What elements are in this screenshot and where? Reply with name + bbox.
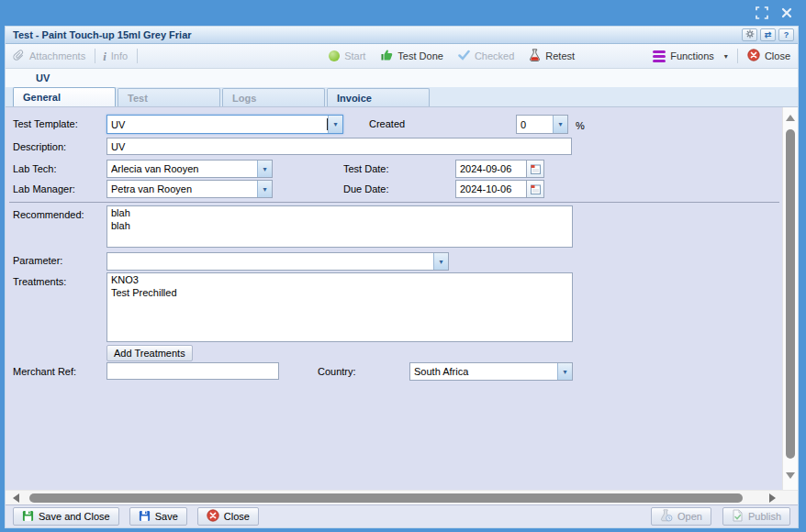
calendar-icon[interactable] bbox=[527, 160, 544, 178]
tab-general-label: General bbox=[23, 92, 61, 103]
footer-bar: Save and Close Save Close Ope bbox=[6, 504, 798, 527]
functions-button[interactable]: Functions ▾ bbox=[653, 50, 728, 62]
save-button[interactable]: Save bbox=[129, 507, 187, 526]
merchant-ref-input[interactable] bbox=[106, 362, 279, 380]
test-template-combo[interactable]: UV ▾ bbox=[106, 115, 343, 134]
tab-logs-label: Logs bbox=[232, 93, 256, 104]
save-icon bbox=[22, 510, 34, 524]
due-date-input[interactable] bbox=[455, 180, 527, 198]
subtitle-text: UV bbox=[36, 72, 50, 83]
test-done-button[interactable]: Test Done bbox=[380, 49, 443, 63]
dropdown-arrow-icon[interactable]: ▾ bbox=[557, 363, 572, 380]
lab-tech-value: Arlecia van Rooyen bbox=[111, 163, 257, 174]
attachments-label: Attachments bbox=[29, 50, 85, 61]
vertical-scrollbar[interactable] bbox=[782, 107, 798, 490]
attachments-button[interactable]: Attachments bbox=[13, 50, 85, 63]
description-input[interactable] bbox=[106, 138, 572, 155]
recommended-label: Recommended: bbox=[13, 209, 84, 220]
dropdown-arrow-icon[interactable]: ▾ bbox=[553, 116, 567, 133]
tab-general[interactable]: General bbox=[13, 87, 116, 106]
dropdown-arrow-icon[interactable]: ▾ bbox=[433, 253, 448, 270]
checked-button[interactable]: Checked bbox=[458, 50, 514, 62]
dropdown-arrow-icon[interactable]: ▾ bbox=[328, 116, 342, 133]
gear-icon bbox=[745, 29, 755, 40]
horizontal-scroll-thumb[interactable] bbox=[29, 493, 743, 503]
tab-bar: General Test Logs Invoice bbox=[6, 87, 798, 106]
save-and-close-button[interactable]: Save and Close bbox=[13, 507, 119, 526]
lab-tech-combo[interactable]: Arlecia van Rooyen ▾ bbox=[106, 160, 273, 178]
lab-manager-combo[interactable]: Petra van Rooyen ▾ bbox=[106, 180, 273, 198]
start-button[interactable]: Start bbox=[329, 50, 365, 61]
scroll-left-icon[interactable] bbox=[13, 493, 19, 503]
test-date-field bbox=[455, 160, 544, 178]
treatments-label: Treatments: bbox=[13, 276, 66, 287]
country-value: South Africa bbox=[414, 366, 557, 377]
open-label: Open bbox=[677, 511, 702, 522]
test-date-label: Test Date: bbox=[343, 163, 389, 174]
save-and-close-label: Save and Close bbox=[39, 511, 110, 522]
test-template-value: UV bbox=[111, 119, 327, 130]
parameter-combo[interactable]: ▾ bbox=[106, 252, 449, 271]
retest-button[interactable]: Retest bbox=[529, 49, 575, 63]
toolbar-separator bbox=[95, 49, 95, 63]
country-label: Country: bbox=[318, 366, 356, 377]
checked-label: Checked bbox=[475, 50, 514, 61]
publish-button[interactable]: Publish bbox=[722, 507, 790, 526]
refresh-icon: ⇄ bbox=[765, 31, 772, 39]
close-label: Close bbox=[765, 50, 790, 61]
start-label: Start bbox=[344, 50, 365, 61]
scroll-up-icon[interactable] bbox=[786, 115, 795, 121]
toolbar: Attachments i Info Start Test Done bbox=[6, 44, 798, 69]
close-window-icon[interactable] bbox=[779, 6, 793, 20]
lab-manager-label: Lab Manager: bbox=[13, 183, 75, 194]
scroll-right-icon[interactable] bbox=[769, 493, 776, 503]
open-button[interactable]: Open bbox=[651, 507, 711, 526]
dropdown-arrow-icon[interactable]: ▾ bbox=[257, 181, 272, 197]
vertical-scroll-thumb[interactable] bbox=[786, 129, 795, 459]
thumbs-up-icon bbox=[380, 49, 393, 63]
dialog-window: Test - Paint Touch-up 15ml Grey Friar ⇄ … bbox=[5, 26, 799, 528]
dialog-titlebar: Test - Paint Touch-up 15ml Grey Friar ⇄ … bbox=[6, 27, 798, 44]
toolbar-separator bbox=[137, 49, 138, 63]
horizontal-scrollbar[interactable] bbox=[6, 490, 798, 504]
add-treatments-button[interactable]: Add Treatments bbox=[106, 345, 193, 361]
tab-test[interactable]: Test bbox=[118, 88, 220, 106]
info-button[interactable]: i Info bbox=[103, 50, 128, 62]
lab-tech-label: Lab Tech: bbox=[13, 163, 57, 174]
created-percent-value: 0 bbox=[521, 119, 553, 130]
close-button-footer[interactable]: Close bbox=[197, 507, 259, 526]
close-footer-label: Close bbox=[224, 511, 250, 522]
settings-button[interactable] bbox=[742, 28, 757, 41]
general-tab-panel: Test Template: UV ▾ Created 0 ▾ % Descri… bbox=[6, 106, 798, 490]
calendar-icon[interactable] bbox=[527, 180, 544, 198]
help-button[interactable]: ? bbox=[778, 28, 794, 41]
application-frame: Test - Paint Touch-up 15ml Grey Friar ⇄ … bbox=[0, 0, 806, 532]
help-icon: ? bbox=[784, 31, 789, 39]
test-template-label: Test Template: bbox=[13, 118, 78, 129]
outer-titlebar bbox=[0, 0, 806, 26]
tab-invoice[interactable]: Invoice bbox=[327, 88, 430, 106]
dropdown-arrow-icon[interactable]: ▾ bbox=[257, 161, 272, 177]
test-date-input[interactable] bbox=[455, 160, 527, 178]
maximize-icon[interactable] bbox=[755, 6, 768, 20]
created-percent-combo[interactable]: 0 ▾ bbox=[516, 115, 568, 134]
retest-label: Retest bbox=[545, 50, 575, 61]
save-icon bbox=[139, 510, 151, 524]
record-subtitle: UV bbox=[6, 69, 798, 87]
description-label: Description: bbox=[13, 141, 66, 152]
refresh-button[interactable]: ⇄ bbox=[760, 28, 776, 41]
treatments-textarea[interactable]: KNO3 Test Prechilled bbox=[106, 272, 573, 342]
tab-test-label: Test bbox=[128, 93, 148, 104]
close-button-toolbar[interactable]: Close bbox=[747, 49, 790, 63]
merchant-ref-label: Merchant Ref: bbox=[13, 366, 76, 377]
scroll-down-icon[interactable] bbox=[786, 472, 795, 479]
country-combo[interactable]: South Africa ▾ bbox=[409, 362, 573, 381]
created-label: Created bbox=[369, 118, 405, 129]
section-divider bbox=[9, 202, 779, 203]
toolbar-separator bbox=[737, 49, 738, 63]
due-date-label: Due Date: bbox=[343, 183, 389, 194]
dialog-title: Test - Paint Touch-up 15ml Grey Friar bbox=[13, 29, 739, 40]
tab-logs[interactable]: Logs bbox=[222, 88, 325, 106]
recommended-textarea[interactable]: blah blah bbox=[106, 205, 573, 248]
close-circle-icon bbox=[747, 49, 760, 63]
